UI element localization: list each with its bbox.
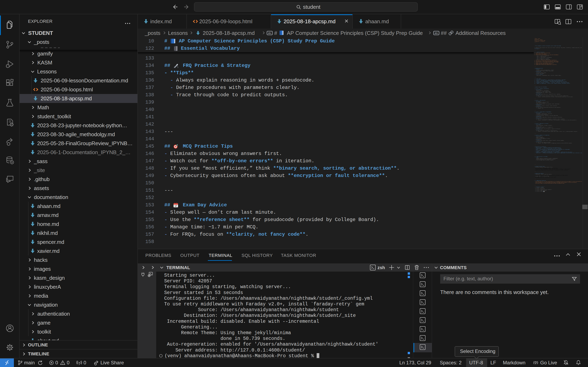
svg-text:abc: abc [435,32,438,34]
svg-text:abc: abc [268,32,272,34]
svg-text:17: 17 [174,205,177,207]
